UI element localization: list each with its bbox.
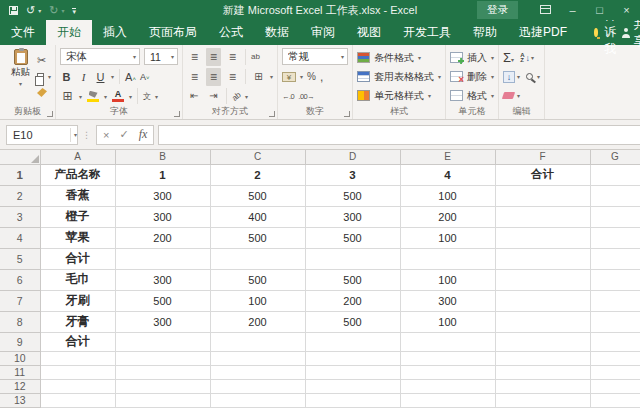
underline-dropdown-icon[interactable]: ▾ bbox=[111, 73, 114, 80]
format-cells-button[interactable]: 格式 ▾ bbox=[450, 86, 494, 105]
clipboard-dialog-launcher-icon[interactable] bbox=[47, 111, 53, 117]
cell-G13[interactable] bbox=[590, 393, 640, 407]
cell-B7[interactable]: 500 bbox=[115, 290, 210, 311]
cell-B6[interactable]: 300 bbox=[115, 269, 210, 290]
cell-A12[interactable] bbox=[40, 379, 115, 393]
cell-F1[interactable]: 合计 bbox=[495, 164, 590, 185]
shrink-font-button[interactable]: A˅ bbox=[140, 71, 150, 82]
name-box-dropdown-icon[interactable]: ▾ bbox=[74, 131, 77, 138]
number-dialog-launcher-icon[interactable] bbox=[344, 111, 350, 117]
cell-D7[interactable]: 200 bbox=[305, 290, 400, 311]
copy-dropdown-icon[interactable]: ▾ bbox=[48, 73, 51, 80]
ribbon-display-options-icon[interactable] bbox=[532, 0, 559, 20]
minimize-icon[interactable]: – bbox=[559, 0, 586, 20]
cell-F13[interactable] bbox=[495, 393, 590, 407]
tab-开始[interactable]: 开始 bbox=[46, 20, 92, 45]
cell-E1[interactable]: 4 bbox=[400, 164, 495, 185]
column-header-D[interactable]: D bbox=[305, 150, 400, 164]
row-header-7[interactable]: 7 bbox=[0, 290, 40, 311]
font-color-dropdown-icon[interactable]: ▾ bbox=[129, 93, 132, 100]
increase-indent-icon[interactable]: ⇥ bbox=[206, 87, 221, 105]
cell-G9[interactable] bbox=[590, 332, 640, 351]
cell-C12[interactable] bbox=[210, 379, 305, 393]
cell-A7[interactable]: 牙刷 bbox=[40, 290, 115, 311]
cell-C3[interactable]: 400 bbox=[210, 206, 305, 227]
cell-G10[interactable] bbox=[590, 351, 640, 365]
row-header-6[interactable]: 6 bbox=[0, 269, 40, 290]
maximize-icon[interactable]: □ bbox=[586, 0, 613, 20]
sort-filter-button[interactable]: AZ ↓▾ bbox=[520, 53, 534, 63]
number-format-combo[interactable]: 常规 ▾ bbox=[282, 48, 348, 65]
tab-file[interactable]: 文件 bbox=[0, 20, 46, 45]
orientation-dropdown-icon[interactable]: ▾ bbox=[245, 93, 248, 100]
row-header-12[interactable]: 12 bbox=[0, 379, 40, 393]
column-header-C[interactable]: C bbox=[210, 150, 305, 164]
share-button[interactable]: 共享 bbox=[621, 20, 640, 45]
orientation-icon[interactable]: ab bbox=[230, 90, 243, 103]
wrap-text-icon[interactable]: ab bbox=[251, 52, 260, 61]
close-icon[interactable]: × bbox=[613, 0, 640, 20]
cell-D1[interactable]: 3 bbox=[305, 164, 400, 185]
cell-A9[interactable]: 合计 bbox=[40, 332, 115, 351]
row-header-3[interactable]: 3 bbox=[0, 206, 40, 227]
number-format-dropdown-icon[interactable]: ▾ bbox=[341, 53, 344, 60]
cell-C13[interactable] bbox=[210, 393, 305, 407]
row-header-8[interactable]: 8 bbox=[0, 311, 40, 332]
cell-E7[interactable]: 300 bbox=[400, 290, 495, 311]
cell-A10[interactable] bbox=[40, 351, 115, 365]
cell-F6[interactable] bbox=[495, 269, 590, 290]
cell-F12[interactable] bbox=[495, 379, 590, 393]
cut-icon[interactable]: ✂ bbox=[37, 54, 46, 67]
row-header-13[interactable]: 13 bbox=[0, 393, 40, 407]
column-header-G[interactable]: G bbox=[590, 150, 640, 164]
cell-E5[interactable] bbox=[400, 248, 495, 269]
cell-F3[interactable] bbox=[495, 206, 590, 227]
cell-F10[interactable] bbox=[495, 351, 590, 365]
align-middle-icon[interactable]: ≡ bbox=[206, 48, 221, 66]
name-box[interactable]: E10 ▾ bbox=[6, 125, 78, 145]
cell-A4[interactable]: 苹果 bbox=[40, 227, 115, 248]
cell-A2[interactable]: 香蕉 bbox=[40, 185, 115, 206]
find-select-button[interactable]: ▾ bbox=[526, 73, 540, 80]
cell-C10[interactable] bbox=[210, 351, 305, 365]
cell-C1[interactable]: 2 bbox=[210, 164, 305, 185]
cell-D5[interactable] bbox=[305, 248, 400, 269]
save-icon[interactable] bbox=[9, 6, 18, 15]
copy-icon[interactable] bbox=[37, 73, 44, 81]
cell-A6[interactable]: 毛巾 bbox=[40, 269, 115, 290]
borders-dropdown-icon[interactable]: ▾ bbox=[79, 93, 82, 100]
cell-E12[interactable] bbox=[400, 379, 495, 393]
cell-D11[interactable] bbox=[305, 365, 400, 379]
align-right-icon[interactable]: ≡ bbox=[225, 68, 240, 86]
decrease-decimal-icon[interactable]: .00→ bbox=[298, 92, 314, 101]
cell-C8[interactable]: 200 bbox=[210, 311, 305, 332]
cell-C9[interactable] bbox=[210, 332, 305, 351]
cell-C5[interactable] bbox=[210, 248, 305, 269]
merge-center-icon[interactable]: ⊞ bbox=[251, 68, 266, 86]
cell-E3[interactable]: 200 bbox=[400, 206, 495, 227]
cell-C4[interactable]: 500 bbox=[210, 227, 305, 248]
fill-color-button[interactable] bbox=[86, 91, 100, 102]
font-name-dropdown-icon[interactable]: ▾ bbox=[133, 53, 136, 60]
tab-公式[interactable]: 公式 bbox=[208, 20, 254, 45]
cell-E8[interactable]: 100 bbox=[400, 311, 495, 332]
autosum-button[interactable]: Σ▾ bbox=[503, 49, 514, 67]
phonetic-guide-icon[interactable]: 文 bbox=[143, 91, 151, 102]
cell-G4[interactable] bbox=[590, 227, 640, 248]
grow-font-button[interactable]: A˄ bbox=[125, 71, 136, 83]
decrease-indent-icon[interactable]: ⇤ bbox=[187, 87, 202, 105]
cell-D2[interactable]: 500 bbox=[305, 185, 400, 206]
cell-E9[interactable] bbox=[400, 332, 495, 351]
cell-styles-button[interactable]: 单元格样式 ▾ bbox=[357, 86, 441, 105]
cell-F7[interactable] bbox=[495, 290, 590, 311]
cell-A8[interactable]: 牙膏 bbox=[40, 311, 115, 332]
delete-cells-button[interactable]: 删除 ▾ bbox=[450, 67, 494, 86]
tab-数据[interactable]: 数据 bbox=[254, 20, 300, 45]
row-header-9[interactable]: 9 bbox=[0, 332, 40, 351]
column-header-B[interactable]: B bbox=[115, 150, 210, 164]
cell-F11[interactable] bbox=[495, 365, 590, 379]
sign-in-button[interactable]: 登录 bbox=[477, 1, 518, 19]
row-header-4[interactable]: 4 bbox=[0, 227, 40, 248]
cell-A13[interactable] bbox=[40, 393, 115, 407]
cell-F4[interactable] bbox=[495, 227, 590, 248]
